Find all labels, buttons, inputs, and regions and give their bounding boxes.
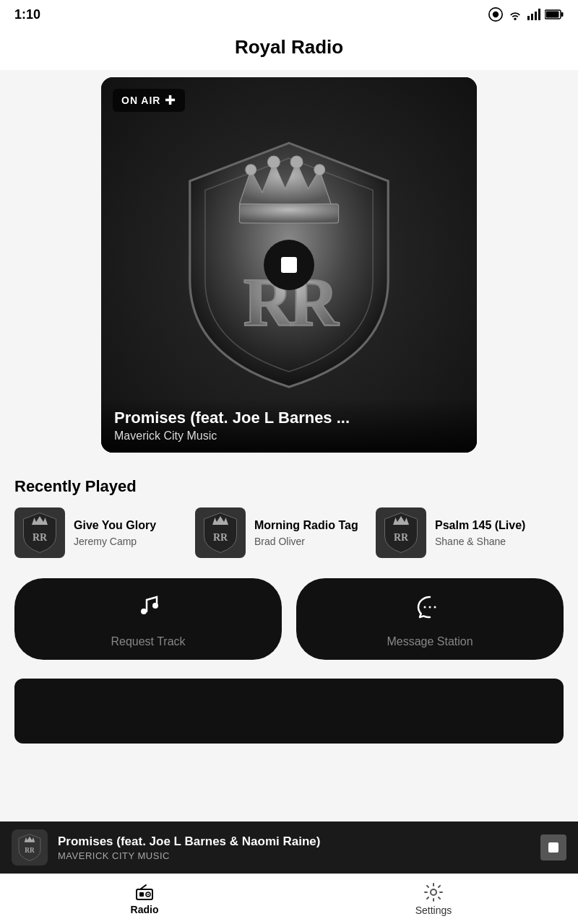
track-title-1: Morning Radio Tag	[254, 518, 358, 533]
track-logo-2: RR	[379, 511, 423, 554]
track-logo-1: RR	[199, 511, 242, 554]
radio-icon	[134, 884, 155, 901]
svg-point-24	[434, 606, 436, 609]
mini-player-artist: MAVERICK CITY MUSIC	[58, 850, 530, 861]
bottom-banner	[14, 679, 564, 744]
wifi-icon	[507, 9, 523, 20]
svg-rect-28	[139, 892, 144, 897]
svg-point-11	[246, 165, 256, 175]
track-thumb-2: RR	[376, 507, 426, 558]
track-title-0: Give You Glory	[74, 518, 156, 533]
mini-player-logo: RR	[15, 833, 44, 862]
recently-played-list: RR Give You Glory Jeremy Camp RR	[14, 507, 564, 558]
svg-rect-9	[239, 204, 338, 223]
svg-rect-2	[527, 16, 530, 20]
action-buttons: Request Track Message Station	[0, 567, 578, 671]
nav-settings[interactable]: Settings	[289, 874, 578, 924]
mini-player-song: Promises (feat. Joe L Barnes & Naomi Rai…	[58, 834, 530, 849]
message-station-button[interactable]: Message Station	[296, 578, 564, 660]
mini-player-stop-button[interactable]	[540, 834, 566, 860]
now-playing-song: Promises (feat. Joe L Barnes ...	[114, 409, 464, 427]
track-title-2: Psalm 145 (Live)	[435, 518, 525, 533]
app-title: Royal Radio	[0, 36, 578, 58]
hero-image: RR	[101, 77, 477, 453]
svg-point-22	[424, 606, 426, 609]
pocket-casts-icon	[488, 7, 503, 22]
svg-point-14	[314, 165, 325, 175]
track-item-1[interactable]: RR Morning Radio Tag Brad Oliver	[195, 507, 361, 558]
chat-icon	[415, 594, 444, 625]
svg-point-12	[267, 156, 280, 168]
plus-icon: ✚	[165, 92, 176, 108]
svg-text:RR: RR	[213, 532, 228, 543]
mini-player-info: Promises (feat. Joe L Barnes & Naomi Rai…	[58, 834, 530, 861]
track-item-0[interactable]: RR Give You Glory Jeremy Camp	[14, 507, 181, 558]
signal-icon	[527, 9, 540, 20]
now-playing-card: ON AIR ✚	[101, 77, 477, 453]
svg-rect-3	[531, 14, 533, 20]
nav-radio-label: Radio	[131, 904, 159, 915]
track-artist-0: Jeremy Camp	[74, 536, 156, 547]
track-info-0: Give You Glory Jeremy Camp	[74, 518, 156, 547]
message-station-label: Message Station	[387, 635, 473, 648]
settings-icon	[424, 883, 443, 902]
recently-played-section: Recently Played RR Give You Glory Jeremy…	[0, 460, 578, 567]
svg-text:RR: RR	[25, 847, 35, 854]
nav-settings-label: Settings	[415, 905, 452, 916]
main-content: ON AIR ✚	[0, 70, 578, 744]
app-header: Royal Radio	[0, 29, 578, 70]
now-playing-artist: Maverick City Music	[114, 430, 464, 443]
svg-point-1	[493, 12, 499, 17]
mini-player-thumb: RR	[12, 829, 48, 866]
svg-point-13	[290, 156, 303, 168]
stop-icon	[281, 257, 297, 273]
svg-point-23	[429, 606, 431, 609]
nav-radio[interactable]: Radio	[0, 874, 289, 924]
status-icons	[488, 7, 564, 22]
track-thumb-1: RR	[195, 507, 246, 558]
svg-rect-8	[546, 12, 559, 18]
track-artist-1: Brad Oliver	[254, 536, 358, 547]
mini-player[interactable]: RR Promises (feat. Joe L Barnes & Naomi …	[0, 821, 578, 873]
recently-played-title: Recently Played	[14, 477, 564, 496]
svg-rect-5	[538, 9, 540, 20]
on-air-badge: ON AIR ✚	[113, 89, 185, 112]
bottom-nav: Radio Settings	[0, 873, 578, 924]
battery-icon	[545, 9, 564, 19]
track-thumb-0: RR	[14, 507, 65, 558]
svg-text:RR: RR	[394, 532, 409, 543]
status-bar: 1:10	[0, 0, 578, 29]
svg-point-32	[431, 889, 436, 895]
request-track-label: Request Track	[111, 635, 185, 648]
svg-rect-4	[535, 12, 537, 20]
hero-wrapper: ON AIR ✚	[0, 70, 578, 460]
now-playing-info: Promises (feat. Joe L Barnes ... Maveric…	[101, 398, 477, 453]
svg-point-30	[147, 894, 149, 895]
track-info-1: Morning Radio Tag Brad Oliver	[254, 518, 358, 547]
track-logo-0: RR	[18, 511, 61, 554]
svg-text:RR: RR	[33, 532, 48, 543]
svg-rect-7	[561, 12, 564, 17]
track-artist-2: Shane & Shane	[435, 536, 525, 547]
status-time: 1:10	[14, 7, 40, 22]
track-item-2[interactable]: RR Psalm 145 (Live) Shane & Shane	[376, 507, 542, 558]
music-note-icon	[134, 594, 163, 625]
track-info-2: Psalm 145 (Live) Shane & Shane	[435, 518, 525, 547]
stop-button[interactable]	[264, 240, 314, 290]
request-track-button[interactable]: Request Track	[14, 578, 282, 660]
stop-square-icon	[548, 842, 558, 853]
